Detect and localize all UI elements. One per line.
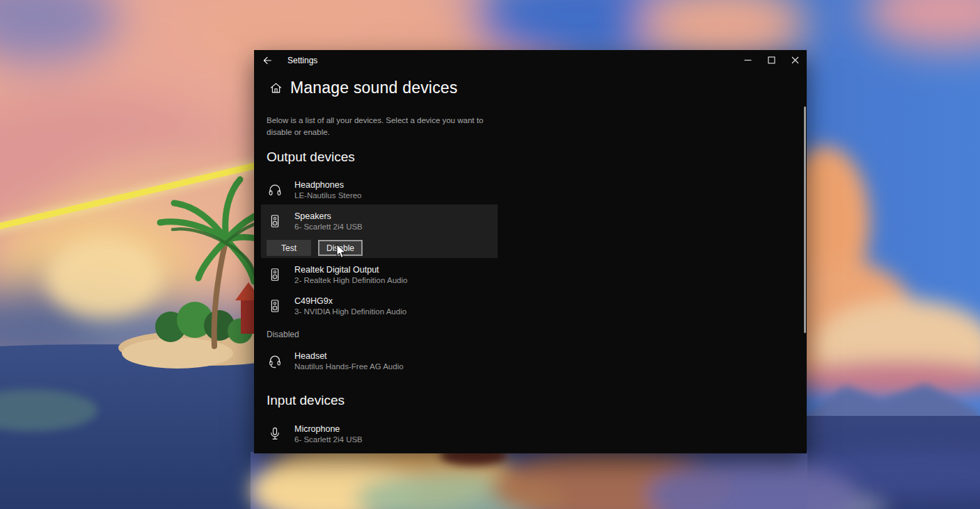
maximize-button[interactable] [759, 50, 783, 70]
disabled-group-label: Disabled [267, 330, 299, 339]
device-row-microphone[interactable]: Microphone 6- Scarlett 2i4 USB [267, 423, 363, 444]
device-detail: 2- Realtek High Definition Audio [294, 275, 407, 285]
device-detail: LE-Nautilus Stereo [294, 191, 362, 200]
device-name: Headphones [294, 179, 362, 191]
window-title: Settings [287, 50, 317, 71]
device-detail: Nautilus Hands-Free AG Audio [294, 362, 404, 371]
device-row-c49hg9x[interactable]: C49HG9x 3- NVIDIA High Definition Audio [267, 296, 406, 316]
device-name: Speakers [294, 211, 363, 222]
window-controls [736, 50, 807, 70]
minimize-button[interactable] [736, 50, 759, 70]
device-name: Microphone [294, 423, 363, 435]
speaker-icon [267, 211, 283, 232]
speaker-icon [267, 296, 283, 316]
output-devices-heading: Output devices [267, 150, 355, 165]
speaker-icon [267, 264, 283, 285]
home-icon [269, 81, 283, 95]
headset-icon [267, 350, 283, 371]
vertical-scrollbar[interactable] [804, 106, 806, 333]
arrow-left-icon [262, 55, 273, 66]
minimize-icon [744, 56, 752, 64]
device-row-realtek-digital-output[interactable]: Realtek Digital Output 2- Realtek High D… [267, 264, 407, 285]
input-devices-heading: Input devices [267, 393, 345, 408]
maximize-icon [768, 56, 775, 64]
device-name: Realtek Digital Output [294, 264, 407, 275]
microphone-icon [267, 423, 283, 444]
device-row-headset[interactable]: Headset Nautilus Hands-Free AG Audio [267, 350, 404, 371]
page-title: Manage sound devices [290, 79, 458, 97]
device-row-headphones[interactable]: Headphones LE-Nautilus Stereo [267, 179, 362, 200]
desktop: Settings [0, 0, 980, 509]
device-detail: 6- Scarlett 2i4 USB [294, 435, 363, 444]
close-icon [791, 56, 799, 64]
device-name: C49HG9x [294, 296, 406, 307]
page-description: Below is a list of all your devices. Sel… [267, 115, 499, 138]
titlebar: Settings [254, 50, 807, 71]
device-row-speakers[interactable]: Speakers 6- Scarlett 2i4 USB [267, 211, 363, 232]
close-button[interactable] [783, 50, 807, 70]
device-name: Headset [294, 350, 404, 362]
device-panel-speakers-selected[interactable]: Speakers 6- Scarlett 2i4 USB Test Disabl… [261, 204, 498, 258]
mouse-cursor [336, 244, 349, 259]
headphones-icon [267, 179, 283, 200]
back-button[interactable] [254, 50, 280, 71]
page-header: Manage sound devices [269, 79, 458, 97]
device-detail: 6- Scarlett 2i4 USB [294, 222, 363, 232]
test-button[interactable]: Test [267, 240, 311, 256]
device-detail: 3- NVIDIA High Definition Audio [294, 307, 406, 316]
